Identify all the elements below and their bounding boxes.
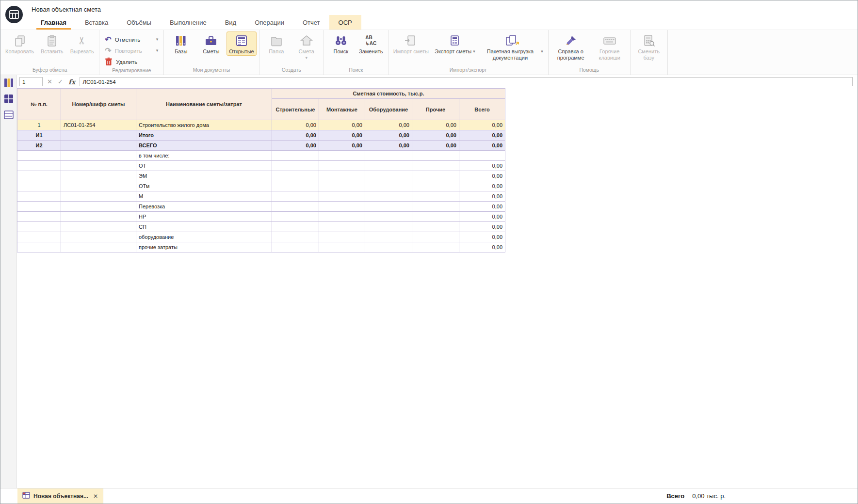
cell-num[interactable] [17,232,61,242]
cell-total[interactable]: 0,00 [459,161,505,171]
cancel-edit-icon[interactable]: ✕ [46,78,53,85]
delete-button[interactable]: Удалить [102,57,161,67]
cell-code[interactable] [61,202,136,212]
cell-build[interactable] [272,161,319,171]
new-estimate-dropdown-icon[interactable]: ▾ [305,55,308,60]
cell-total[interactable]: 0,00 [459,120,505,130]
export-dropdown-icon[interactable]: ▾ [473,48,475,55]
cell-build[interactable] [272,232,319,242]
table-row[interactable]: ОТм 0,00 [17,181,505,191]
cell-code[interactable] [61,141,136,151]
cell-name[interactable]: в том числе: [136,151,272,161]
view-columns-icon[interactable] [2,77,15,89]
cell-name[interactable]: Итого [136,130,272,141]
batch-export-button[interactable]: Пакетная выгрузка документации▾ [479,32,546,62]
cell-mount[interactable] [319,232,365,242]
cell-other[interactable] [412,212,459,222]
table-row[interactable]: И1 Итого 0,00 0,00 0,00 0,00 0,00 [17,130,505,141]
table-row[interactable]: НР 0,00 [17,212,505,222]
table-row[interactable]: ЭМ 0,00 [17,171,505,181]
document-tab[interactable]: Новая объектная... ✕ [17,488,103,504]
cell-num[interactable] [17,202,61,212]
tab-obyomy[interactable]: Объёмы [117,15,161,30]
replace-button[interactable]: AB↳AC Заменить [356,32,386,56]
new-estimate-button[interactable]: Смета ▾ [292,32,321,61]
cell-num[interactable] [17,212,61,222]
cell-other[interactable]: 0,00 [412,120,459,130]
cell-equip[interactable] [365,171,412,181]
cell-code[interactable] [61,212,136,222]
table-row[interactable]: М 0,00 [17,191,505,202]
cell-equip[interactable] [365,232,412,242]
cell-total[interactable]: 0,00 [459,212,505,222]
cell-name[interactable]: НР [136,212,272,222]
cell-mount[interactable] [319,161,365,171]
batch-export-dropdown-icon[interactable]: ▾ [541,48,543,55]
cell-other[interactable] [412,191,459,202]
cell-equip[interactable]: 0,00 [365,141,412,151]
cell-code[interactable] [61,130,136,141]
cell-build[interactable] [272,242,319,252]
cell-code[interactable] [61,151,136,161]
cell-code[interactable] [61,222,136,232]
tab-otchet[interactable]: Отчет [293,15,329,30]
cell-name[interactable]: оборудование [136,232,272,242]
cell-num[interactable] [17,151,61,161]
cell-other[interactable] [412,161,459,171]
cell-name[interactable]: ЭМ [136,171,272,181]
cell-num[interactable] [17,161,61,171]
cell-other[interactable] [412,202,459,212]
cell-total[interactable]: 0,00 [459,242,505,252]
cell-mount[interactable]: 0,00 [319,130,365,141]
cell-other[interactable] [412,181,459,191]
cell-total[interactable]: 0,00 [459,130,505,141]
search-button[interactable]: Поиск [326,32,356,56]
cell-total[interactable]: 0,00 [459,191,505,202]
cell-name[interactable]: ОТм [136,181,272,191]
cell-equip[interactable] [365,212,412,222]
cell-value-input[interactable] [80,77,853,86]
redo-dropdown-icon[interactable]: ▾ [156,47,159,54]
cell-code[interactable] [61,242,136,252]
export-estimate-button[interactable]: Экспорт сметы▾ [432,32,478,56]
table-row[interactable]: Перевозка 0,00 [17,202,505,212]
cell-name[interactable]: ОТ [136,161,272,171]
cell-mount[interactable] [319,222,365,232]
cell-mount[interactable]: 0,00 [319,120,365,130]
table-row[interactable]: И2 ВСЕГО 0,00 0,00 0,00 0,00 0,00 [17,141,505,151]
copy-button[interactable]: Копировать [3,32,36,56]
cell-num[interactable] [17,242,61,252]
cell-build[interactable] [272,212,319,222]
cell-code[interactable] [61,232,136,242]
confirm-edit-icon[interactable]: ✓ [57,78,64,85]
cell-other[interactable] [412,232,459,242]
tab-vid[interactable]: Вид [216,15,246,30]
cell-total[interactable]: 0,00 [459,171,505,181]
cell-code[interactable] [61,171,136,181]
cell-num[interactable] [17,191,61,202]
cell-total[interactable]: 0,00 [459,141,505,151]
cell-num[interactable] [17,222,61,232]
cell-total[interactable]: 0,00 [459,181,505,191]
import-estimate-button[interactable]: Импорт сметы [391,32,431,56]
table-row[interactable]: оборудование 0,00 [17,232,505,242]
table-row[interactable]: прочие затраты 0,00 [17,242,505,252]
table-row[interactable]: ОТ 0,00 [17,161,505,171]
cell-code[interactable] [61,181,136,191]
table-row[interactable]: СП 0,00 [17,222,505,232]
cell-other[interactable] [412,151,459,161]
cell-total[interactable]: 0,00 [459,232,505,242]
cell-build[interactable] [272,222,319,232]
cell-name[interactable]: прочие затраты [136,242,272,252]
cell-num[interactable] [17,181,61,191]
cell-build[interactable] [272,191,319,202]
cell-mount[interactable] [319,212,365,222]
folder-button[interactable]: Папка [262,32,291,56]
paste-button[interactable]: Вставить [37,32,66,56]
cell-other[interactable] [412,242,459,252]
cell-other[interactable]: 0,00 [412,130,459,141]
undo-button[interactable]: ↶ Отменить ▾ [102,34,161,45]
cell-total[interactable]: 0,00 [459,202,505,212]
cell-mount[interactable] [319,181,365,191]
document-tab-close-icon[interactable]: ✕ [93,493,98,500]
